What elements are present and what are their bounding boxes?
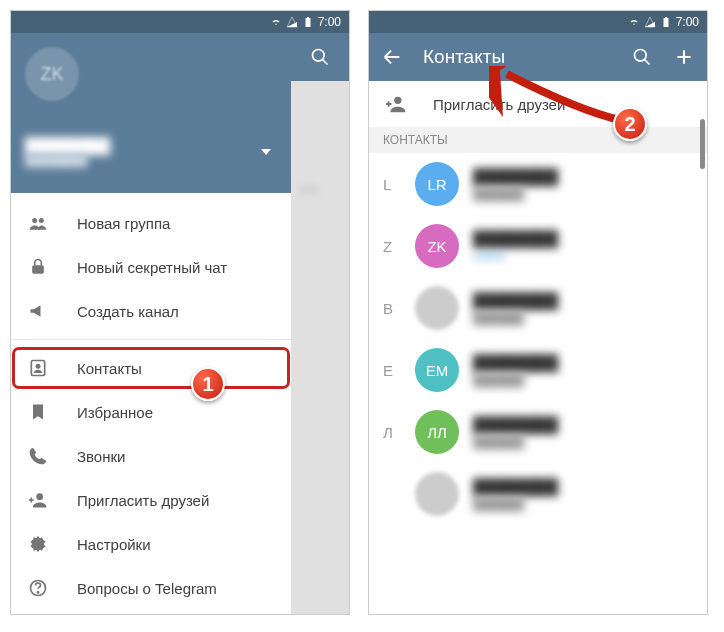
battery-icon xyxy=(302,16,314,28)
svg-line-12 xyxy=(645,60,650,65)
svg-point-0 xyxy=(32,218,37,223)
menu-item-help[interactable]: Вопросы о Telegram xyxy=(11,566,291,610)
menu-item-label: Новый секретный чат xyxy=(77,259,227,276)
menu-item-bookmark[interactable]: Избранное xyxy=(11,390,291,434)
drawer-menu: Новая группаНовый секретный чатСоздать к… xyxy=(11,193,291,615)
contacts-list: LLR██████████████ZZK████████onlineB█████… xyxy=(369,153,707,525)
battery-icon xyxy=(660,16,672,28)
contact-name: ████████ xyxy=(473,416,693,433)
signal-icon xyxy=(286,16,298,28)
contact-status: ██████ xyxy=(473,373,693,387)
add-person-icon xyxy=(385,93,407,115)
contact-row[interactable]: LLR██████████████ xyxy=(369,153,707,215)
screenshot-2-contacts: 7:00 Контакты Пригласить друзей КОНТАКТЫ… xyxy=(368,10,708,615)
gear-icon xyxy=(27,533,49,555)
contact-avatar: ZK xyxy=(415,224,459,268)
menu-item-label: Звонки xyxy=(77,448,125,465)
contact-name: ████████ xyxy=(473,354,693,371)
svg-point-13 xyxy=(394,97,401,104)
section-letter: B xyxy=(383,300,401,317)
search-icon[interactable] xyxy=(631,46,653,68)
scrollbar[interactable] xyxy=(700,119,705,169)
screenshot-1-drawer: 7:00 ZK ████████ ████████ Новая группаНо… xyxy=(10,10,350,615)
contact-avatar: LR xyxy=(415,162,459,206)
contact-avatar: ЛЛ xyxy=(415,410,459,454)
chevron-down-icon[interactable] xyxy=(261,149,271,155)
contact-row[interactable]: ██████████████ xyxy=(369,463,707,525)
callout-badge-1: 1 xyxy=(191,367,225,401)
status-bar: 7:00 xyxy=(11,11,349,33)
contact-row[interactable]: EЕМ██████████████ xyxy=(369,339,707,401)
menu-item-group[interactable]: Новая группа xyxy=(11,201,291,245)
menu-item-lock[interactable]: Новый секретный чат xyxy=(11,245,291,289)
section-letter: L xyxy=(383,176,401,193)
contact-row[interactable]: ЛЛЛ██████████████ xyxy=(369,401,707,463)
menu-item-label: Контакты xyxy=(77,360,142,377)
svg-point-4 xyxy=(36,364,41,369)
search-icon[interactable] xyxy=(310,47,330,67)
contact-row[interactable]: ZZK████████online xyxy=(369,215,707,277)
svg-point-1 xyxy=(39,218,44,223)
menu-item-label: Пригласить друзей xyxy=(77,492,209,509)
svg-point-9 xyxy=(313,50,325,62)
svg-rect-2 xyxy=(32,265,44,273)
phone-icon xyxy=(27,445,49,467)
section-letter: Z xyxy=(383,238,401,255)
contact-status: ██████ xyxy=(473,311,693,325)
contact-avatar xyxy=(415,472,459,516)
wifi-icon xyxy=(270,16,282,28)
appbar-title: Контакты xyxy=(423,46,611,68)
back-icon[interactable] xyxy=(381,46,403,68)
contact-name: ████████ xyxy=(473,168,693,185)
menu-item-megaphone[interactable]: Создать канал xyxy=(11,289,291,333)
menu-item-label: Создать канал xyxy=(77,303,179,320)
menu-item-add-person[interactable]: Пригласить друзей xyxy=(11,478,291,522)
add-icon[interactable] xyxy=(673,46,695,68)
drawer-header: ZK ████████ ████████ xyxy=(11,33,291,193)
signal-icon xyxy=(644,16,656,28)
contact-status: ██████ xyxy=(473,435,693,449)
contact-status: ██████ xyxy=(473,497,693,511)
contact-status: online xyxy=(473,249,693,263)
background-chat-area: om xyxy=(291,33,349,615)
contact-name: ████████ xyxy=(473,478,693,495)
svg-point-11 xyxy=(635,50,647,62)
svg-line-10 xyxy=(323,60,328,65)
user-name: ████████ xyxy=(25,137,110,154)
user-avatar[interactable]: ZK xyxy=(25,47,79,101)
menu-item-label: Новая группа xyxy=(77,215,170,232)
svg-point-8 xyxy=(37,592,38,593)
menu-item-gear[interactable]: Настройки xyxy=(11,522,291,566)
menu-item-phone[interactable]: Звонки xyxy=(11,434,291,478)
contacts-icon xyxy=(27,357,49,379)
contact-name: ████████ xyxy=(473,230,693,247)
menu-item-label: Вопросы о Telegram xyxy=(77,580,217,597)
svg-point-5 xyxy=(36,493,43,500)
section-letter: E xyxy=(383,362,401,379)
menu-item-label: Избранное xyxy=(77,404,153,421)
contact-status: ██████ xyxy=(473,187,693,201)
lock-icon xyxy=(27,256,49,278)
status-time: 7:00 xyxy=(318,15,341,29)
megaphone-icon xyxy=(27,300,49,322)
user-phone: ████████ xyxy=(25,154,110,166)
menu-item-label: Настройки xyxy=(77,536,151,553)
help-icon xyxy=(27,577,49,599)
bookmark-icon xyxy=(27,401,49,423)
menu-item-contacts[interactable]: Контакты xyxy=(11,346,291,390)
wifi-icon xyxy=(628,16,640,28)
status-bar: 7:00 xyxy=(369,11,707,33)
status-time: 7:00 xyxy=(676,15,699,29)
contact-avatar xyxy=(415,286,459,330)
contact-row[interactable]: B██████████████ xyxy=(369,277,707,339)
callout-badge-2: 2 xyxy=(613,107,647,141)
group-icon xyxy=(27,212,49,234)
contact-avatar: ЕМ xyxy=(415,348,459,392)
contact-name: ████████ xyxy=(473,292,693,309)
section-letter: Л xyxy=(383,424,401,441)
add-person-icon xyxy=(27,489,49,511)
